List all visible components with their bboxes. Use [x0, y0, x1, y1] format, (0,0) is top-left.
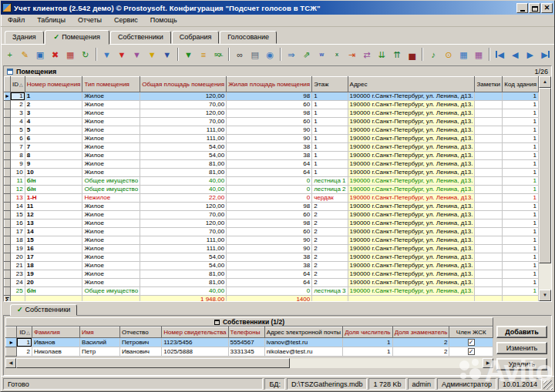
rooms-cell-id[interactable]: 16 — [11, 219, 25, 228]
rooms-cell-living[interactable]: 90 — [227, 126, 312, 135]
rooms-cell-floor[interactable]: 1 — [312, 118, 348, 126]
rooms-cell-total[interactable]: 81,00 — [140, 169, 227, 177]
rooms-cell-notes[interactable] — [475, 253, 503, 262]
rooms-cell-type[interactable]: Жилое — [82, 279, 140, 287]
tab-meetings[interactable]: Собрания — [172, 31, 220, 44]
owners-cell-member[interactable]: ✓ — [449, 338, 493, 347]
rooms-cell-type[interactable]: Жилое — [82, 228, 140, 236]
rooms-cell-building[interactable]: 1 — [503, 219, 539, 228]
rooms-cell-floor[interactable]: чердак — [312, 194, 348, 203]
rooms-row[interactable]: ►11Жилое120,00981190000 г.Санкт-Петербур… — [5, 92, 539, 101]
rooms-row[interactable]: 22Жилое70,00601190000 г.Санкт-Петербург,… — [5, 101, 539, 109]
rooms-cell-address[interactable]: 190000 г.Санкт-Петербург, ул. Ленина, д1… — [348, 219, 475, 228]
rooms-cell-number[interactable]: 1 — [25, 92, 82, 101]
row-selector[interactable] — [5, 160, 11, 169]
rooms-row[interactable]: 1010Жилое81,00641190000 г.Санкт-Петербур… — [5, 169, 539, 177]
rooms-cell-type[interactable]: Жилое — [82, 143, 140, 152]
filter-subtable-button[interactable]: ▼ — [181, 47, 197, 62]
rooms-cell-total[interactable]: 120,00 — [140, 203, 227, 211]
owners-column-header-middle[interactable]: Отчество — [119, 327, 161, 338]
rooms-cell-building[interactable]: 1 — [503, 270, 539, 279]
rooms-cell-address[interactable]: 190000 г.Санкт-Петербург, ул. Ленина, д1… — [348, 160, 475, 169]
minimize-button[interactable] — [516, 3, 528, 13]
owners-cell-first[interactable]: Петр — [80, 347, 120, 357]
rooms-cell-floor[interactable]: 2 — [312, 245, 348, 253]
rooms-cell-id[interactable]: 14 — [11, 203, 25, 211]
refresh-button[interactable]: ↻ — [78, 47, 93, 62]
rooms-cell-address[interactable]: 190000 г.Санкт-Петербург, ул. Ленина, д1… — [348, 236, 475, 245]
rooms-cell-living[interactable]: 98 — [227, 109, 312, 118]
rooms-cell-id[interactable]: 3 — [11, 109, 25, 118]
tab-owners[interactable]: Собственники — [110, 31, 171, 44]
rooms-cell-notes[interactable] — [475, 126, 503, 135]
rooms-cell-address[interactable]: 190000 г.Санкт-Петербург, ул. Ленина, д1… — [348, 169, 475, 177]
rooms-cell-notes[interactable] — [475, 109, 503, 118]
rooms-column-header-floor[interactable]: Этаж — [312, 77, 348, 92]
rooms-cell-notes[interactable] — [475, 186, 503, 194]
rooms-cell-total[interactable]: 70,00 — [140, 101, 227, 109]
rooms-row[interactable]: 11б/нОбщее имущество40,000лестница 11900… — [5, 177, 539, 186]
rooms-cell-building[interactable]: 1 — [503, 152, 539, 160]
horizontal-scroll-thumb[interactable] — [16, 358, 290, 368]
rooms-cell-floor[interactable]: 1 — [312, 101, 348, 109]
rooms-cell-number[interactable]: 18 — [25, 262, 82, 270]
print-button[interactable]: ▤ — [247, 47, 263, 62]
rooms-cell-notes[interactable] — [475, 211, 503, 219]
rooms-cell-notes[interactable] — [475, 236, 503, 245]
rooms-cell-address[interactable]: 190000 г.Санкт-Петербург, ул. Ленина, д1… — [348, 135, 475, 143]
rooms-cell-living[interactable]: 90 — [227, 135, 312, 143]
rooms-row[interactable]: 2017Жилое54,00382190000 г.Санкт-Петербур… — [5, 253, 539, 262]
rooms-cell-total[interactable]: 40,00 — [140, 177, 227, 186]
rooms-cell-type[interactable]: Общее имущество — [82, 287, 140, 296]
rooms-cell-total[interactable]: 111,00 — [140, 245, 227, 253]
row-selector[interactable]: ► — [6, 338, 17, 347]
row-selector[interactable] — [5, 203, 11, 211]
rooms-cell-number[interactable]: 10 — [25, 169, 82, 177]
rooms-cell-living[interactable]: 98 — [227, 203, 312, 211]
rooms-cell-type[interactable]: Общее имущество — [82, 186, 140, 194]
rooms-cell-building[interactable]: 1 — [503, 160, 539, 169]
rooms-cell-id[interactable]: 15 — [11, 211, 25, 219]
rooms-cell-floor[interactable]: 2 — [312, 203, 348, 211]
rooms-cell-address[interactable]: 190000 г.Санкт-Петербург, ул. Ленина, д1… — [348, 126, 475, 135]
row-selector[interactable] — [5, 109, 11, 118]
rooms-cell-type[interactable]: Жилое — [82, 211, 140, 219]
row-selector[interactable] — [5, 253, 11, 262]
rooms-cell-floor[interactable]: 2 — [312, 253, 348, 262]
row-selector[interactable] — [5, 152, 11, 160]
rooms-cell-total[interactable]: 120,00 — [140, 92, 227, 101]
close-button[interactable]: ✕ — [541, 3, 553, 13]
calc-field-button[interactable]: ♪ — [426, 47, 441, 62]
rooms-cell-notes[interactable] — [475, 177, 503, 186]
owners-row[interactable]: ►1ИвановВасилийПетрович1123/54565554567i… — [6, 338, 493, 347]
row-selector[interactable] — [5, 194, 11, 203]
owners-column-header-num[interactable]: Доля числитель — [343, 327, 392, 338]
resize-grip[interactable] — [543, 380, 553, 390]
owners-cell-last[interactable]: Иванов — [32, 338, 79, 347]
rooms-cell-address[interactable]: 190000 г.Санкт-Петербург, ул. Ленина, д1… — [348, 152, 475, 160]
rooms-cell-floor[interactable]: 2 — [312, 270, 348, 279]
rooms-cell-floor[interactable]: 2 — [312, 211, 348, 219]
rooms-cell-total[interactable]: 111,00 — [140, 236, 227, 245]
rooms-cell-type[interactable]: Жилое — [82, 109, 140, 118]
rooms-cell-id[interactable]: 11 — [11, 177, 25, 186]
export-data-button[interactable]: ⇈ — [389, 47, 405, 62]
rooms-cell-building[interactable]: 1 — [503, 287, 539, 296]
rooms-cell-address[interactable]: 190000 г.Санкт-Петербург, ул. Ленина, д1… — [348, 101, 475, 109]
owners-cell-num[interactable]: 1 — [343, 338, 392, 347]
rooms-cell-floor[interactable]: лестница 2 — [312, 186, 348, 194]
rooms-cell-type[interactable]: Жилое — [82, 262, 140, 270]
rooms-cell-address[interactable]: 190000 г.Санкт-Петербург, ул. Ленина, д1… — [348, 270, 475, 279]
rooms-cell-total[interactable]: 81,00 — [140, 270, 227, 279]
rooms-cell-address[interactable]: 190000 г.Санкт-Петербург, ул. Ленина, д1… — [348, 186, 475, 194]
rooms-cell-living[interactable]: 38 — [227, 152, 312, 160]
rooms-cell-type[interactable]: Жилое — [82, 92, 140, 101]
rooms-cell-total[interactable]: 81,00 — [140, 160, 227, 169]
rooms-cell-address[interactable]: 190000 г.Санкт-Петербург, ул. Ленина, д1… — [348, 118, 475, 126]
title-bar[interactable]: Учет клиентов (2.542 демо) © Prostoysoft… — [1, 1, 554, 15]
row-selector[interactable] — [5, 135, 11, 143]
rooms-cell-id[interactable]: 2 — [11, 101, 25, 109]
menu-item-3[interactable]: Отчеты — [72, 15, 108, 25]
rooms-cell-address[interactable]: 190000 г.Санкт-Петербург, ул. Ленина, д1… — [348, 228, 475, 236]
rooms-cell-number[interactable]: 4 — [25, 118, 82, 126]
